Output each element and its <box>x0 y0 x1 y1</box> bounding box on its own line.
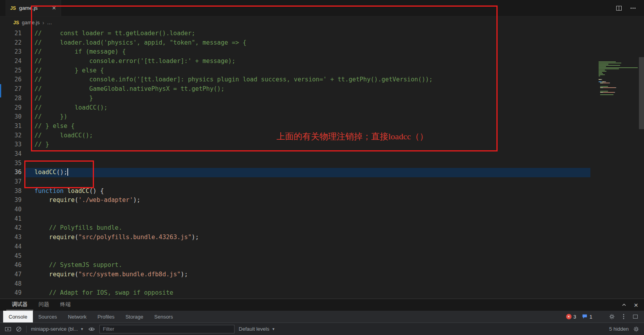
code-text: require('./web-adapter'); <box>25 196 590 205</box>
minimap-line <box>599 68 639 69</box>
code-line-26[interactable]: 26// console.info('[tt.loader]: physics … <box>0 75 590 85</box>
code-line-46[interactable]: 46 // SystemJS support. <box>0 261 590 270</box>
log-levels-dropdown[interactable]: Default levels ▼ <box>239 326 275 332</box>
more-actions-icon[interactable] <box>630 5 636 11</box>
code-editor[interactable]: 21// const loader = tt.getLoader().loade… <box>0 29 644 299</box>
code-line-22[interactable]: 22// loader.load('physics', appid, "toke… <box>0 38 590 48</box>
code-line-32[interactable]: 32// loadCC(); <box>0 131 590 140</box>
minimap-line <box>599 72 639 73</box>
minimap-line <box>599 78 639 79</box>
live-expression-eye-icon[interactable] <box>88 326 95 332</box>
code-line-40[interactable]: 40 <box>0 205 590 214</box>
devtools-tab-profiles[interactable]: Profiles <box>92 311 120 322</box>
code-line-24[interactable]: 24// console.error('[tt.loader]:' + mess… <box>0 57 590 66</box>
code-line-27[interactable]: 27// GameGlobal.nativePhysX = tt.getPhy(… <box>0 85 590 94</box>
code-line-44[interactable]: 44 <box>0 242 590 252</box>
line-number: 26 <box>0 75 25 85</box>
devtools-tab-sensors[interactable]: Sensors <box>149 311 179 322</box>
line-number: 43 <box>0 233 25 242</box>
code-text: // const loader = tt.getLoader().loader; <box>25 29 590 38</box>
editor-tab-bar: JS game.js × <box>0 0 644 16</box>
line-number: 44 <box>0 242 25 252</box>
javascript-file-icon: JS <box>10 5 16 11</box>
code-line-48[interactable]: 48 <box>0 279 590 289</box>
devtools-status: × 3 1 <box>566 311 644 322</box>
code-line-49[interactable]: 49 // Adapt for IOS, swap if opposite <box>0 288 590 298</box>
application-window: JS game.js × JS game.js › … 21// const l… <box>0 0 644 335</box>
code-line-36[interactable]: 36loadCC(); <box>0 168 590 177</box>
breadcrumb[interactable]: JS game.js › … <box>0 16 644 29</box>
code-line-38[interactable]: 38function loadCC() { <box>0 187 590 196</box>
minimap-line <box>599 80 639 81</box>
code-line-31[interactable]: 31// } else { <box>0 122 590 131</box>
devtools-menu-icon[interactable] <box>621 313 627 320</box>
minimap[interactable] <box>599 61 639 95</box>
dock-icon[interactable] <box>632 313 639 320</box>
code-text <box>25 149 590 159</box>
code-line-47[interactable]: 47 require("src/system.bundle.dfb8d.js")… <box>0 270 590 279</box>
code-line-28[interactable]: 28// } <box>0 94 590 103</box>
line-number: 45 <box>0 252 25 261</box>
code-line-37[interactable]: 37 <box>0 177 590 187</box>
panel-tab-terminal[interactable]: 终端 <box>55 299 76 310</box>
panel-tab-debugger[interactable]: 调试器 <box>6 299 33 310</box>
editor-scrollbar[interactable] <box>639 57 644 129</box>
code-line-33[interactable]: 33// } <box>0 140 590 149</box>
line-number: 41 <box>0 214 25 224</box>
code-line-39[interactable]: 39 require('./web-adapter'); <box>0 196 590 205</box>
code-line-34[interactable]: 34 <box>0 149 590 159</box>
code-line-30[interactable]: 30// }) <box>0 112 590 122</box>
message-badge[interactable]: 1 <box>582 314 592 320</box>
panel-close-icon[interactable]: × <box>634 301 638 309</box>
panel-tab-problems[interactable]: 问题 <box>33 299 55 310</box>
breadcrumb-separator-icon: › <box>42 20 44 26</box>
code-line-21[interactable]: 21// const loader = tt.getLoader().loade… <box>0 29 590 38</box>
tab-close-icon[interactable]: × <box>52 5 56 11</box>
devtools-tab-console[interactable]: Console <box>3 311 33 322</box>
dropdown-caret-icon: ▼ <box>80 327 84 331</box>
code-text: // SystemJS support. <box>25 261 590 270</box>
minimap-line <box>599 92 639 93</box>
code-text: // loader.load('physics', appid, "token"… <box>25 38 590 48</box>
line-number: 33 <box>0 140 25 149</box>
devtools-tab-storage[interactable]: Storage <box>120 311 149 322</box>
code-line-45[interactable]: 45 <box>0 252 590 261</box>
breadcrumb-symbol[interactable]: … <box>47 20 52 25</box>
code-line-23[interactable]: 23// if (message) { <box>0 47 590 57</box>
code-text: // Adapt for IOS, swap if opposite <box>25 288 590 298</box>
minimap-line <box>599 77 639 77</box>
activitybar-indicator <box>0 84 1 97</box>
panel-tab-bar: 调试器问题终端 × <box>0 299 644 311</box>
console-settings-icon[interactable] <box>633 326 639 332</box>
error-badge[interactable]: × 3 <box>566 314 576 320</box>
screencast-icon[interactable] <box>5 326 11 332</box>
code-text <box>25 279 590 289</box>
log-levels-label: Default levels <box>239 326 269 332</box>
editor-actions <box>616 0 644 16</box>
file-tab-game-js[interactable]: JS game.js × <box>5 0 61 16</box>
code-line-42[interactable]: 42 // Polyfills bundle. <box>0 223 590 233</box>
breadcrumb-file[interactable]: game.js <box>22 20 40 25</box>
devtools-settings-icon[interactable] <box>609 313 615 320</box>
line-number: 39 <box>0 196 25 205</box>
code-line-29[interactable]: 29// loadCC(); <box>0 103 590 113</box>
minimap-line <box>599 64 639 65</box>
code-line-25[interactable]: 25// } else { <box>0 66 590 76</box>
code-text <box>25 159 590 168</box>
code-line-41[interactable]: 41 <box>0 214 590 224</box>
minimap-line <box>599 86 639 87</box>
console-filter-input[interactable] <box>99 325 235 333</box>
devtools-tab-sources[interactable]: Sources <box>33 311 63 322</box>
devtools-tab-network[interactable]: Network <box>62 311 92 322</box>
split-editor-icon[interactable] <box>616 5 622 11</box>
devtools-tab-bar: ConsoleSourcesNetworkProfilesStorageSens… <box>0 311 644 323</box>
bottom-panel: 调试器问题终端 × ConsoleSourcesNetworkProfilesS… <box>0 299 644 335</box>
code-line-43[interactable]: 43 require("src/polyfills.bundle.43263.j… <box>0 233 590 242</box>
code-text: // Polyfills bundle. <box>25 223 590 233</box>
code-text <box>25 242 590 252</box>
clear-console-icon[interactable] <box>16 326 22 332</box>
line-number: 46 <box>0 261 25 270</box>
code-line-35[interactable]: 35 <box>0 159 590 168</box>
panel-maximize-icon[interactable] <box>621 302 627 308</box>
js-context-selector[interactable]: miniapp-service (bl... ▼ <box>31 326 84 332</box>
